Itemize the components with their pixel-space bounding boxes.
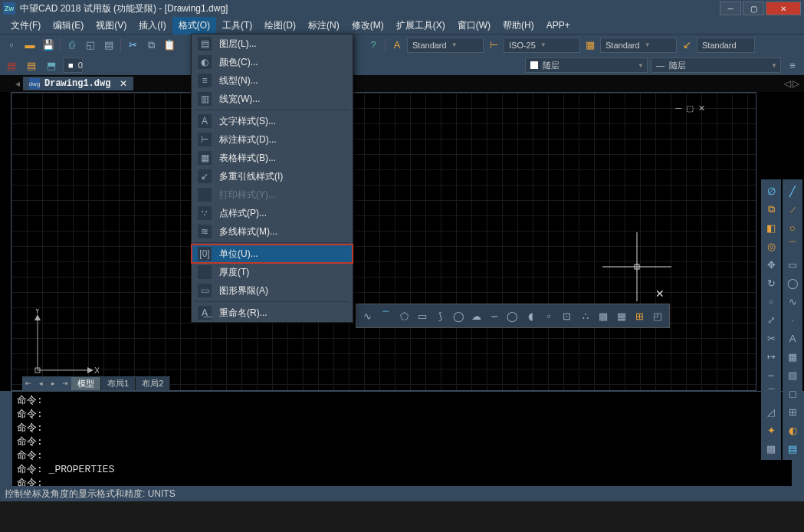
layout-tab[interactable]: 模型 [71,377,101,390]
mleader-style-combo[interactable]: Standard [697,38,755,53]
table-icon[interactable]: ▦ [784,348,801,365]
color-combo[interactable]: 随层 ▼ [525,57,648,73]
menu-窗口[interactable]: 窗口(W) [451,17,497,34]
dim-style-combo[interactable]: ISO-25▼ [504,38,580,53]
mleaderstyle-icon[interactable]: ↙ [678,37,695,54]
viewport-restore-icon[interactable]: ▢ [686,103,694,113]
explode-icon[interactable]: ✦ [763,422,779,438]
command-window[interactable]: 命令: 命令: 命令: 命令: 命令: 命令: _PROPERTIES 命令: [0,391,804,486]
palette-close-icon[interactable]: ✕ [655,287,665,300]
lineweight-combo[interactable]: — 随层 ▼ [651,57,781,73]
copy-obj-icon[interactable]: ⧉ [763,201,779,218]
layout-last-icon[interactable]: ⇥ [59,379,71,387]
maximize-button[interactable]: ▢ [743,2,764,15]
menu-item[interactable]: ▭图形界限(A) [192,281,353,300]
tablestyle-icon[interactable]: ▦ [582,37,599,54]
line-icon[interactable]: ╱ [784,182,801,199]
block-icon[interactable]: ◻ [784,385,801,402]
command-text[interactable]: 命令: 命令: 命令: 命令: 命令: 命令: _PROPERTIES 命令: [12,392,792,486]
preview-icon[interactable]: ◱ [82,37,99,54]
draw-palette[interactable]: ✕ ∿ ⌒ ⬠ ▭ ⟆ ◯ ☁ ∽ ◯ ◖ ▫ ⊡ ∴ ▩ ▦ ⊞ ◰ [356,304,670,328]
erase-icon[interactable]: ∅ [763,182,779,199]
menu-帮助[interactable]: 帮助(H) [497,17,540,34]
text-icon[interactable]: A [784,330,801,346]
layout-prev-icon[interactable]: ◂ [34,379,47,387]
fp-block-icon[interactable]: ▫ [540,307,557,324]
plot-icon[interactable]: ▤ [100,37,117,54]
break-icon[interactable]: ⎓ [763,366,779,383]
menu-绘图[interactable]: 绘图(D) [258,17,302,34]
offset-icon[interactable]: ◎ [763,238,779,255]
layout-first-icon[interactable]: ⇤ [22,379,34,387]
drawing-area[interactable]: ─ ▢ ✕ X Y ⇤ ◂ ▸ ⇥ 模型布局1布局2 [0,92,804,391]
layer-manager-icon[interactable]: ▤ [3,57,20,74]
save-icon[interactable]: 💾 [40,37,57,54]
menu-工具[interactable]: 工具(T) [216,17,258,34]
doc-tab[interactable]: dwg Drawing1.dwg ✕ [23,77,133,90]
stretch-icon[interactable]: ⤢ [763,311,779,328]
layout-tab[interactable]: 布局2 [136,377,170,390]
menu-item[interactable]: ⊢标注样式(D)... [192,130,353,149]
arc-icon[interactable]: ⌒ [784,238,801,255]
doc-tab-close-icon[interactable]: ✕ [120,78,127,89]
cut-icon[interactable]: ✂ [124,37,141,54]
fp-rect-icon[interactable]: ▭ [414,307,431,324]
menu-app+[interactable]: APP+ [540,18,576,33]
menu-item[interactable]: A͟重命名(R)... [192,304,353,322]
menu-item[interactable]: ▥线宽(W)... [192,90,353,108]
menu-格式[interactable]: 格式(O) [172,17,216,34]
lineweight-display-icon[interactable]: ≡ [784,57,801,74]
paste-icon[interactable]: 📋 [161,37,178,54]
menu-item[interactable]: ≡线型(N)... [192,71,353,90]
menu-item[interactable]: ↙多重引线样式(I) [192,167,353,186]
layer-current-combo[interactable]: ■0 [63,57,83,73]
gradient-icon[interactable]: ◐ [784,422,801,438]
doc-nav-right-icon[interactable]: ▷ [793,78,799,89]
fp-cloud-icon[interactable]: ☁ [468,307,485,324]
copy-icon[interactable]: ⧉ [143,37,159,54]
fp-polygon-icon[interactable]: ⬠ [395,307,412,324]
fp-text-icon[interactable]: ◰ [649,307,666,324]
point-icon[interactable]: · [784,311,801,328]
fp-arc2-icon[interactable]: ⟆ [432,307,449,324]
fp-spline-icon[interactable]: ∿ [359,307,376,324]
region-icon[interactable]: ▧ [784,366,801,383]
dimstyle-icon[interactable]: ⊢ [485,37,502,54]
help-icon[interactable]: ? [365,37,382,54]
menu-视图[interactable]: 视图(V) [90,17,133,34]
fp-insert-icon[interactable]: ⊡ [559,307,576,324]
ellipse-icon[interactable]: ◯ [784,274,801,291]
fp-region-icon[interactable]: ▦ [613,307,630,324]
fp-hatch-icon[interactable]: ▩ [595,307,612,324]
open-icon[interactable]: ▬ [21,37,38,54]
layout-tab[interactable]: 布局1 [101,377,136,390]
viewport-minimize-icon[interactable]: ─ [675,103,681,113]
fp-earc-icon[interactable]: ◖ [523,307,540,324]
pline-icon[interactable]: ⟋ [784,201,801,218]
menu-item[interactable]: ▤图层(L)... [192,34,353,53]
menu-标注[interactable]: 标注(N) [302,17,346,34]
table-style-combo[interactable]: Standard▼ [600,38,677,53]
menu-修改[interactable]: 修改(M) [346,17,390,34]
menu-item[interactable]: 厚度(T) [192,263,353,281]
minimize-button[interactable]: ─ [720,2,741,15]
doc-nav-left-icon[interactable]: ◁ [784,78,791,89]
menu-item[interactable]: [0]单位(U)... [192,245,353,263]
text-style-combo[interactable]: Standard▼ [407,38,484,53]
close-button[interactable]: ✕ [766,2,801,15]
fillet-icon[interactable]: ⌒ [763,385,779,402]
rotate-icon[interactable]: ↻ [763,274,779,291]
scale-icon[interactable]: ▫ [763,293,779,310]
menu-编辑[interactable]: 编辑(E) [47,17,90,34]
viewport-close-icon[interactable]: ✕ [698,103,705,113]
fp-ellipse-icon[interactable]: ◯ [504,307,521,324]
menu-插入[interactable]: 插入(I) [133,17,172,34]
extend-icon[interactable]: ↦ [763,348,779,365]
menu-item[interactable]: ∵点样式(P)... [192,204,353,222]
menu-item[interactable]: A文字样式(S)... [192,112,353,130]
menu-文件[interactable]: 文件(F) [5,17,47,34]
layer-lock-icon[interactable]: ⬒ [43,57,60,74]
mirror-icon[interactable]: ◧ [763,219,779,236]
menu-item[interactable]: ▦表格样式(B)... [192,149,353,167]
move-icon[interactable]: ✥ [763,256,779,273]
